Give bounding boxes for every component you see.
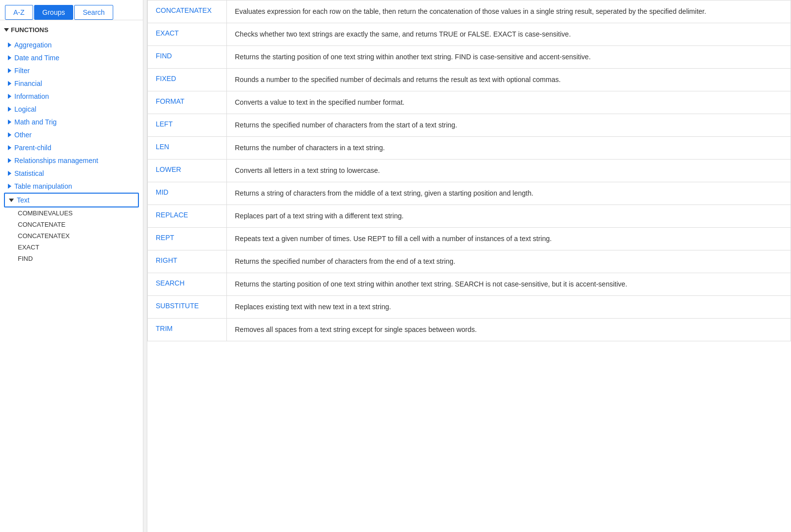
sidebar-item-label: Aggregation — [14, 41, 52, 49]
sidebar-item-label: Table manipulation — [14, 182, 72, 190]
table-row: CONCATENATEXEvaluates expression for eac… — [148, 0, 791, 23]
triangle-right-icon — [8, 107, 11, 112]
function-name[interactable]: FIND — [148, 46, 227, 69]
table-row: FINDReturns the starting position of one… — [148, 46, 791, 69]
sidebar-item-information[interactable]: Information — [4, 90, 139, 103]
function-description: Replaces existing text with new text in … — [227, 296, 791, 319]
function-name[interactable]: CONCATENATEX — [148, 0, 227, 23]
sidebar-content: FUNCTIONS Aggregation Date and Time Filt… — [0, 20, 143, 532]
function-name[interactable]: REPT — [148, 228, 227, 250]
function-description: Replaces part of a text string with a di… — [227, 205, 791, 228]
sidebar-item-label: Logical — [14, 105, 36, 113]
sidebar-item-label: Text — [17, 196, 30, 204]
sidebar-item-financial[interactable]: Financial — [4, 77, 139, 90]
table-row: FORMATConverts a value to text in the sp… — [148, 91, 791, 114]
tab-groups[interactable]: Groups — [34, 5, 74, 20]
sidebar-item-text[interactable]: Text — [4, 193, 139, 207]
function-description: Checks whether two text strings are exac… — [227, 23, 791, 46]
functions-header: FUNCTIONS — [4, 26, 139, 34]
functions-label: FUNCTIONS — [11, 26, 48, 34]
table-row: REPTRepeats text a given number of times… — [148, 228, 791, 250]
table-row: TRIMRemoves all spaces from a text strin… — [148, 319, 791, 341]
triangle-right-icon — [8, 120, 11, 124]
sidebar-item-tablemanip[interactable]: Table manipulation — [4, 180, 139, 193]
table-row: REPLACEReplaces part of a text string wi… — [148, 205, 791, 228]
sub-item-combinevalues[interactable]: COMBINEVALUES — [14, 207, 139, 219]
function-description: Returns the starting position of one tex… — [227, 46, 791, 69]
sidebar-item-label: Statistical — [14, 169, 44, 177]
function-name[interactable]: MID — [148, 182, 227, 205]
triangle-right-icon — [8, 184, 11, 189]
triangle-down-icon — [4, 28, 9, 32]
tab-search[interactable]: Search — [74, 5, 113, 20]
triangle-right-icon — [8, 55, 11, 60]
sidebar-item-other[interactable]: Other — [4, 128, 139, 141]
function-name[interactable]: LOWER — [148, 160, 227, 182]
triangle-right-icon — [8, 158, 11, 163]
sidebar-item-mathtrig[interactable]: Math and Trig — [4, 116, 139, 128]
sidebar-item-label: Parent-child — [14, 144, 51, 152]
function-name[interactable]: SUBSTITUTE — [148, 296, 227, 319]
sidebar-item-label: Math and Trig — [14, 118, 57, 126]
sidebar-item-parentchild[interactable]: Parent-child — [4, 141, 139, 154]
functions-table: CONCATENATEXEvaluates expression for eac… — [147, 0, 791, 341]
table-row: MIDReturns a string of characters from t… — [148, 182, 791, 205]
tab-bar: A-Z Groups Search — [0, 0, 143, 20]
triangle-right-icon — [8, 94, 11, 99]
triangle-right-icon — [8, 68, 11, 73]
function-description: Returns the specified number of characte… — [227, 250, 791, 273]
sidebar-item-relationships[interactable]: Relationships management — [4, 154, 139, 167]
function-description: Removes all spaces from a text string ex… — [227, 319, 791, 341]
sidebar-item-label: Filter — [14, 67, 30, 75]
function-description: Returns the number of characters in a te… — [227, 137, 791, 160]
sidebar-item-aggregation[interactable]: Aggregation — [4, 39, 139, 51]
sidebar-item-logical[interactable]: Logical — [4, 103, 139, 116]
table-row: SEARCHReturns the starting position of o… — [148, 273, 791, 296]
triangle-right-icon — [8, 145, 11, 150]
function-description: Converts all letters in a text string to… — [227, 160, 791, 182]
function-name[interactable]: RIGHT — [148, 250, 227, 273]
function-name[interactable]: FIXED — [148, 69, 227, 91]
sidebar-item-statistical[interactable]: Statistical — [4, 167, 139, 180]
sub-items-text: COMBINEVALUES CONCATENATE CONCATENATEX E… — [4, 207, 139, 264]
function-description: Returns the specified number of characte… — [227, 114, 791, 137]
sidebar-item-filter[interactable]: Filter — [4, 64, 139, 77]
function-name[interactable]: LEN — [148, 137, 227, 160]
tab-az[interactable]: A-Z — [5, 5, 33, 20]
sub-item-find[interactable]: FIND — [14, 253, 139, 264]
table-row: LENReturns the number of characters in a… — [148, 137, 791, 160]
table-row: SUBSTITUTEReplaces existing text with ne… — [148, 296, 791, 319]
triangle-right-icon — [8, 171, 11, 176]
sidebar-item-label: Information — [14, 92, 49, 100]
table-row: RIGHTReturns the specified number of cha… — [148, 250, 791, 273]
triangle-right-icon — [8, 42, 11, 47]
table-row: LEFTReturns the specified number of char… — [148, 114, 791, 137]
sidebar-item-label: Relationships management — [14, 157, 98, 164]
function-name[interactable]: FORMAT — [148, 91, 227, 114]
function-description: Converts a value to text in the specifie… — [227, 91, 791, 114]
sidebar-item-label: Other — [14, 131, 32, 139]
function-name[interactable]: EXACT — [148, 23, 227, 46]
sidebar-item-datetime[interactable]: Date and Time — [4, 51, 139, 64]
triangle-right-icon — [8, 81, 11, 86]
sub-item-concatenate[interactable]: CONCATENATE — [14, 219, 139, 230]
table-row: EXACTChecks whether two text strings are… — [148, 23, 791, 46]
function-description: Returns a string of characters from the … — [227, 182, 791, 205]
function-name[interactable]: SEARCH — [148, 273, 227, 296]
function-name[interactable]: REPLACE — [148, 205, 227, 228]
sidebar: A-Z Groups Search FUNCTIONS Aggregation … — [0, 0, 143, 532]
resize-bar[interactable] — [143, 0, 147, 532]
table-row: LOWERConverts all letters in a text stri… — [148, 160, 791, 182]
function-description: Repeats text a given number of times. Us… — [227, 228, 791, 250]
sidebar-item-label: Date and Time — [14, 54, 59, 62]
function-description: Rounds a number to the specified number … — [227, 69, 791, 91]
main-content: CONCATENATEXEvaluates expression for eac… — [147, 0, 791, 532]
triangle-down-icon — [9, 199, 14, 202]
sub-item-concatenatex[interactable]: CONCATENATEX — [14, 230, 139, 242]
function-name[interactable]: LEFT — [148, 114, 227, 137]
triangle-right-icon — [8, 132, 11, 137]
function-name[interactable]: TRIM — [148, 319, 227, 341]
function-description: Evaluates expression for each row on the… — [227, 0, 791, 23]
function-description: Returns the starting position of one tex… — [227, 273, 791, 296]
sub-item-exact[interactable]: EXACT — [14, 242, 139, 253]
